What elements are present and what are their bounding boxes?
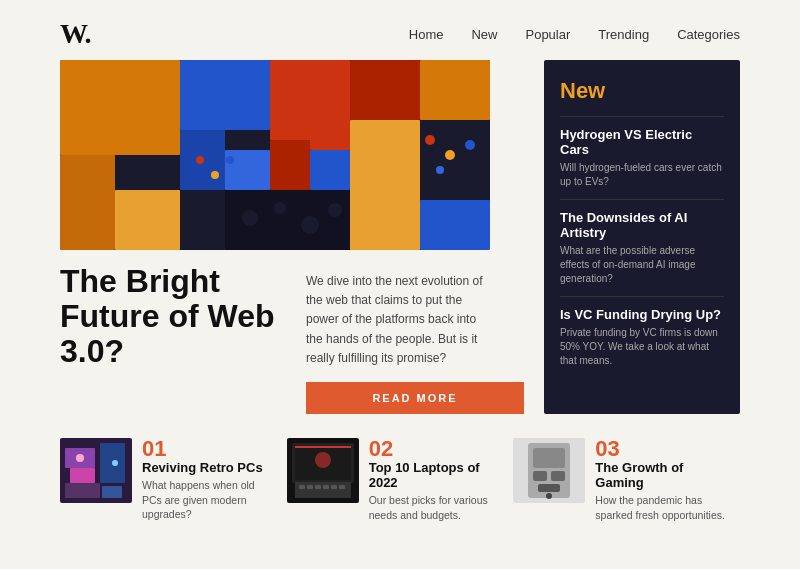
left-column: The Bright Future of Web 3.0? We dive in…: [60, 60, 524, 414]
svg-rect-3: [115, 190, 180, 250]
article-2-number: 02: [369, 438, 504, 460]
nav-categories[interactable]: Categories: [677, 27, 740, 42]
svg-point-27: [226, 156, 234, 164]
sidebar-item-3-desc: Private funding by VC firms is down 50% …: [560, 326, 724, 368]
svg-point-54: [546, 493, 552, 499]
logo[interactable]: W.: [60, 18, 90, 50]
svg-point-12: [301, 216, 319, 234]
svg-rect-30: [70, 468, 95, 483]
svg-point-22: [436, 166, 444, 174]
article-3-thumbnail: [513, 438, 585, 503]
sidebar-item-3[interactable]: Is VC Funding Drying Up? Private funding…: [560, 296, 724, 378]
article-3-desc: How the pandemic has sparked fresh oppor…: [595, 493, 730, 522]
svg-rect-53: [538, 484, 560, 492]
sidebar-item-2[interactable]: The Downsides of AI Artistry What are th…: [560, 199, 724, 296]
article-1-thumbnail: [60, 438, 132, 503]
svg-rect-39: [295, 482, 351, 498]
svg-point-47: [315, 452, 331, 468]
svg-rect-14: [350, 120, 420, 250]
article-1-desc: What happens when old PCs are given mode…: [142, 478, 277, 522]
svg-point-13: [328, 203, 342, 217]
hero-right: We dive into the next evolution of the w…: [306, 250, 524, 414]
sidebar-item-1-desc: Will hydrogen-fueled cars ever catch up …: [560, 161, 724, 189]
svg-rect-8: [270, 140, 310, 190]
svg-point-20: [445, 150, 455, 160]
svg-rect-50: [533, 448, 565, 468]
nav-new[interactable]: New: [471, 27, 497, 42]
svg-rect-51: [533, 471, 547, 481]
article-1-title: Reviving Retro PCs: [142, 460, 277, 475]
svg-rect-6: [225, 150, 270, 190]
article-2-content: 02 Top 10 Laptops of 2022 Our best picks…: [369, 438, 504, 522]
svg-rect-4: [180, 60, 270, 130]
article-3-title: The Growth of Gaming: [595, 460, 730, 490]
svg-rect-17: [420, 60, 490, 120]
hero-image: [60, 60, 490, 250]
svg-rect-2: [60, 155, 115, 250]
svg-rect-24: [350, 60, 420, 120]
svg-rect-52: [551, 471, 565, 481]
hero-left: The Bright Future of Web 3.0?: [60, 250, 290, 370]
nav-links: Home New Popular Trending Categories: [409, 25, 740, 43]
svg-rect-46: [295, 446, 351, 448]
svg-point-10: [242, 210, 258, 226]
nav-popular[interactable]: Popular: [525, 27, 570, 42]
svg-rect-15: [310, 120, 350, 150]
sidebar-item-1[interactable]: Hydrogen VS Electric Cars Will hydrogen-…: [560, 116, 724, 199]
article-1-content: 01 Reviving Retro PCs What happens when …: [142, 438, 277, 522]
svg-point-25: [196, 156, 204, 164]
svg-point-26: [211, 171, 219, 179]
read-more-button[interactable]: READ MORE: [306, 382, 524, 414]
svg-rect-42: [315, 485, 321, 489]
sidebar: New Hydrogen VS Electric Cars Will hydro…: [544, 60, 740, 414]
svg-point-34: [76, 454, 84, 462]
sidebar-item-1-title: Hydrogen VS Electric Cars: [560, 127, 724, 157]
bottom-article-1[interactable]: 01 Reviving Retro PCs What happens when …: [60, 438, 287, 522]
article-3-content: 03 The Growth of Gaming How the pandemic…: [595, 438, 730, 522]
svg-point-19: [425, 135, 435, 145]
svg-rect-18: [420, 120, 490, 200]
article-3-number: 03: [595, 438, 730, 460]
bottom-article-2[interactable]: 02 Top 10 Laptops of 2022 Our best picks…: [287, 438, 514, 522]
svg-rect-45: [339, 485, 345, 489]
svg-rect-41: [307, 485, 313, 489]
svg-rect-16: [310, 150, 350, 190]
sidebar-item-3-title: Is VC Funding Drying Up?: [560, 307, 724, 322]
article-2-title: Top 10 Laptops of 2022: [369, 460, 504, 490]
article-2-desc: Our best picks for various needs and bud…: [369, 493, 504, 522]
svg-rect-44: [331, 485, 337, 489]
article-1-number: 01: [142, 438, 277, 460]
nav-trending[interactable]: Trending: [598, 27, 649, 42]
bottom-article-3[interactable]: 03 The Growth of Gaming How the pandemic…: [513, 438, 740, 522]
svg-rect-23: [420, 200, 490, 250]
article-title: The Bright Future of Web 3.0?: [60, 264, 290, 370]
sidebar-item-2-desc: What are the possible adverse effects of…: [560, 244, 724, 286]
svg-rect-33: [102, 486, 122, 498]
article-description: We dive into the next evolution of the w…: [306, 272, 486, 368]
article-2-thumbnail: [287, 438, 359, 503]
nav-home[interactable]: Home: [409, 27, 444, 42]
svg-point-21: [465, 140, 475, 150]
svg-point-35: [112, 460, 118, 466]
svg-rect-31: [65, 483, 100, 498]
bottom-articles: 01 Reviving Retro PCs What happens when …: [0, 422, 800, 522]
navbar: W. Home New Popular Trending Categories: [0, 0, 800, 60]
svg-rect-43: [323, 485, 329, 489]
svg-rect-40: [299, 485, 305, 489]
svg-rect-1: [60, 60, 180, 155]
hero-article: The Bright Future of Web 3.0? We dive in…: [60, 250, 524, 414]
main-area: The Bright Future of Web 3.0? We dive in…: [0, 60, 800, 414]
sidebar-section-title: New: [560, 78, 724, 104]
svg-point-11: [274, 202, 286, 214]
sidebar-item-2-title: The Downsides of AI Artistry: [560, 210, 724, 240]
